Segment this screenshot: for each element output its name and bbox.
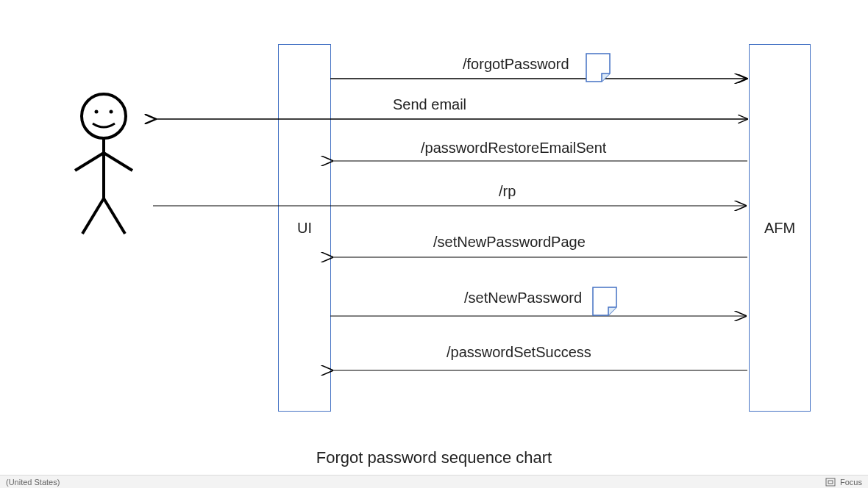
focus-icon [825,478,836,487]
svg-line-4 [75,153,104,171]
message-label-send-email: Send email [393,96,466,113]
svg-rect-18 [828,481,833,484]
status-focus-label[interactable]: Focus [840,478,862,487]
status-bar: (United States) Focus [0,475,868,488]
svg-point-1 [95,110,99,114]
diagram-caption: Forgot password sequence chart [0,448,868,467]
note-icon [586,53,611,82]
status-language: (United States) [6,478,60,487]
svg-rect-17 [826,478,835,486]
message-label-set-new-password-page: /setNewPasswordPage [433,234,586,251]
note-icon [592,287,617,316]
svg-point-2 [110,110,113,114]
lifeline-afm: AFM [749,44,811,412]
message-label-rp: /rp [499,183,516,200]
lifeline-ui: UI [278,44,331,412]
lifeline-afm-label: AFM [764,220,795,237]
message-label-set-new-password: /setNewPassword [464,290,582,306]
svg-line-7 [104,198,125,234]
svg-line-5 [104,153,132,171]
svg-point-0 [82,94,126,138]
lifeline-ui-label: UI [297,220,312,237]
message-label-password-set-success: /passwordSetSuccess [447,344,591,361]
svg-line-6 [82,198,104,234]
message-label-password-restore-email-sent: /passwordRestoreEmailSent [421,140,606,157]
message-label-forgot-password: /forgotPassword [463,56,569,73]
